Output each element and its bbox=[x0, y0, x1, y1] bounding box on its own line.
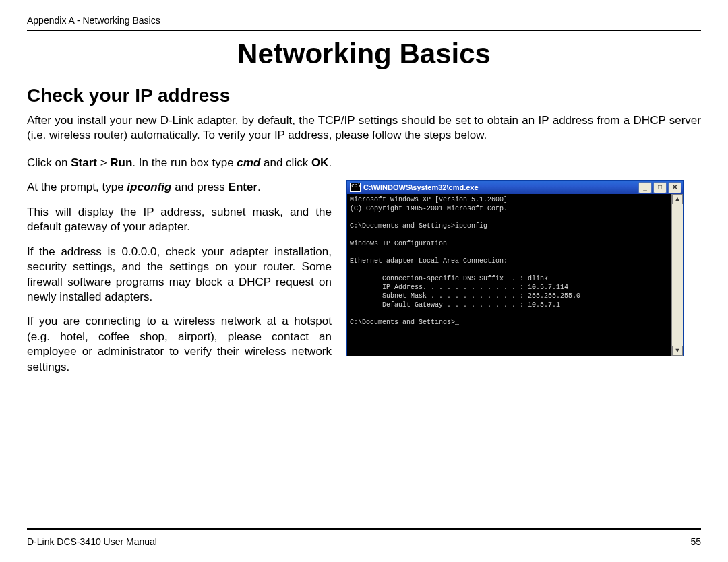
right-column: C:\WINDOWS\system32\cmd.exe _ □ ✕ Micros… bbox=[346, 180, 701, 356]
bold-run: Run bbox=[110, 156, 132, 169]
two-column-area: At the prompt, type ipconfig and press E… bbox=[27, 180, 701, 384]
ipconfig-literal: ipconfig bbox=[127, 181, 171, 193]
cmd-window-title: C:\WINDOWS\system32\cmd.exe bbox=[363, 183, 638, 191]
paragraph-result: This will display the IP address, subnet… bbox=[27, 205, 334, 235]
footer-rule bbox=[27, 528, 701, 530]
maximize-button[interactable]: □ bbox=[653, 182, 667, 193]
header-rule bbox=[27, 30, 701, 31]
left-column: At the prompt, type ipconfig and press E… bbox=[27, 180, 334, 384]
scroll-up-icon[interactable]: ▲ bbox=[672, 194, 683, 204]
close-button[interactable]: ✕ bbox=[668, 182, 681, 193]
cmd-window-buttons: _ □ ✕ bbox=[638, 182, 681, 193]
cmd-literal: cmd bbox=[237, 156, 260, 169]
bold-ok: OK bbox=[311, 156, 329, 169]
bold-enter: Enter bbox=[229, 181, 257, 193]
bold-start: Start bbox=[71, 156, 97, 169]
cmd-body-wrap: Microsoft Windows XP [Version 5.1.2600] … bbox=[347, 194, 683, 356]
cmd-output[interactable]: Microsoft Windows XP [Version 5.1.2600] … bbox=[347, 194, 671, 356]
footer-page-number: 55 bbox=[690, 536, 701, 547]
scroll-down-icon[interactable]: ▼ bbox=[672, 346, 683, 356]
paragraph-hotspot: If you are connecting to a wireless netw… bbox=[27, 314, 334, 375]
paragraph-zero-address: If the address is 0.0.0.0, check your ad… bbox=[27, 245, 334, 305]
page-title: Networking Basics bbox=[27, 38, 701, 70]
running-head: Appendix A - Networking Basics bbox=[27, 15, 701, 26]
footer: D-Link DCS-3410 User Manual 55 bbox=[27, 536, 701, 547]
step-1: Click on Start > Run. In the run box typ… bbox=[27, 156, 701, 170]
cmd-window: C:\WINDOWS\system32\cmd.exe _ □ ✕ Micros… bbox=[346, 180, 684, 356]
cmd-app-icon bbox=[350, 183, 361, 192]
intro-paragraph: After you install your new D-Link adapte… bbox=[27, 113, 701, 144]
minimize-button[interactable]: _ bbox=[638, 182, 652, 193]
cmd-titlebar: C:\WINDOWS\system32\cmd.exe _ □ ✕ bbox=[347, 181, 683, 194]
section-heading: Check your IP address bbox=[27, 85, 701, 106]
page: Appendix A - Networking Basics Networkin… bbox=[0, 0, 728, 562]
cmd-scrollbar[interactable]: ▲ ▼ bbox=[671, 194, 683, 356]
footer-left: D-Link DCS-3410 User Manual bbox=[27, 536, 157, 547]
step-2: At the prompt, type ipconfig and press E… bbox=[27, 180, 334, 195]
